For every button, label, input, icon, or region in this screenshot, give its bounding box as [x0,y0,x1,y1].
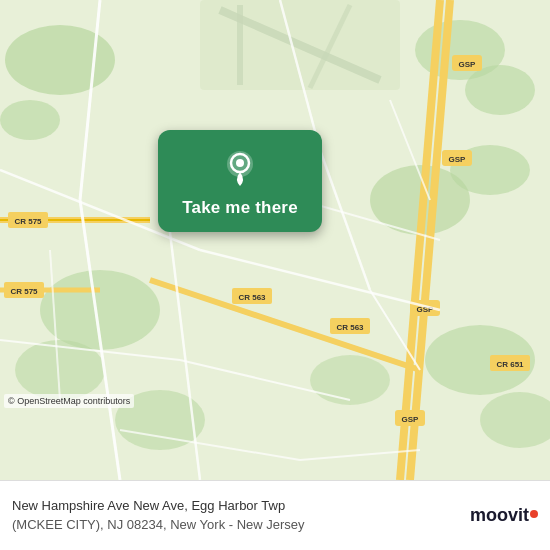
svg-text:GSP: GSP [459,60,477,69]
svg-text:CR 575: CR 575 [10,287,38,296]
address-line2: (MCKEE CITY), NJ 08234, New York - New J… [12,517,305,532]
svg-point-2 [0,100,60,140]
svg-point-4 [465,65,535,115]
svg-point-59 [236,159,244,167]
take-me-there-overlay: Take me there [140,130,340,232]
location-pin-icon [220,148,260,188]
map-container: CR 575 CR 575 GSP GSP GSP GSP CR 563 CR … [0,0,550,480]
svg-text:CR 563: CR 563 [336,323,364,332]
osm-attribution: © OpenStreetMap contributors [4,394,134,408]
svg-point-12 [310,355,390,405]
svg-text:GSP: GSP [402,415,420,424]
svg-text:GSP: GSP [449,155,467,164]
svg-text:CR 563: CR 563 [238,293,266,302]
svg-text:CR 575: CR 575 [14,217,42,226]
svg-text:CR 651: CR 651 [496,360,524,369]
moovit-logo-dot [530,510,538,518]
address-line1: New Hampshire Ave New Ave, Egg Harbor Tw… [12,498,285,513]
green-action-card[interactable]: Take me there [158,130,322,232]
address-block: New Hampshire Ave New Ave, Egg Harbor Tw… [12,497,460,533]
svg-point-1 [5,25,115,95]
map-background: CR 575 CR 575 GSP GSP GSP GSP CR 563 CR … [0,0,550,480]
moovit-logo: moovit [470,505,538,526]
bottom-info-bar: New Hampshire Ave New Ave, Egg Harbor Tw… [0,480,550,550]
take-me-there-button[interactable]: Take me there [182,198,298,218]
moovit-brand-text: moovit [470,505,529,526]
